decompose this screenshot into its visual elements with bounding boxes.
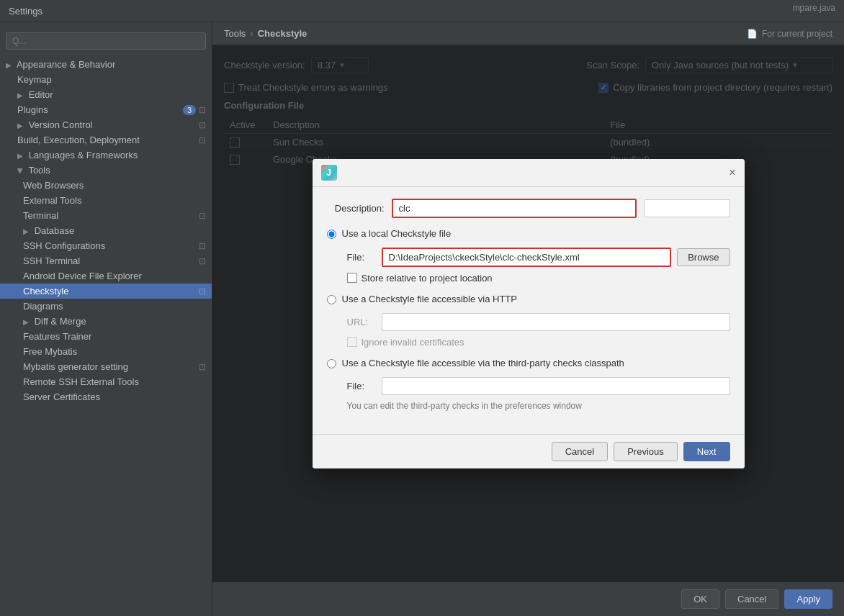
- breadcrumb-current: Checkstyle: [258, 28, 307, 39]
- sidebar-item-ssh-terminal[interactable]: SSH Terminal ⊡: [0, 253, 212, 268]
- modal-header: J ×: [313, 159, 745, 187]
- expand-arrow-database: ▶: [23, 227, 29, 235]
- breadcrumb-parent: Tools: [224, 28, 246, 39]
- modal-logo: J: [321, 165, 337, 181]
- settings-window: Settings × ▶ Appearance & Behavior Keyma…: [0, 0, 844, 616]
- sidebar-item-server-certificates[interactable]: Server Certificates: [0, 389, 212, 404]
- sidebar-item-checkstyle[interactable]: Checkstyle ⊡: [0, 284, 212, 299]
- modal-previous-button[interactable]: Previous: [614, 442, 678, 461]
- ignore-invalid-label: Ignore invalid certificates: [362, 337, 464, 348]
- use-third-party-radio[interactable]: [327, 359, 336, 368]
- use-third-party-label: Use a Checkstyle file accessible via the…: [342, 358, 624, 368]
- ssh-config-copy-icon: ⊡: [199, 241, 206, 251]
- third-file-label: File:: [347, 381, 376, 391]
- checkstyle-copy-icon: ⊡: [199, 286, 206, 296]
- bottom-buttons: OK Cancel Apply: [212, 581, 844, 616]
- sidebar-item-version-control[interactable]: ▶ Version Control ⊡: [0, 117, 212, 132]
- plugins-copy-icon: ⊡: [199, 105, 206, 115]
- ignore-invalid-checkbox[interactable]: [347, 337, 357, 347]
- modal-note: You can edit the third-party checks in t…: [327, 401, 730, 411]
- sidebar-item-languages[interactable]: ▶ Languages & Frameworks: [0, 148, 212, 163]
- sidebar-item-database[interactable]: ▶ Database: [0, 223, 212, 238]
- use-local-radio-option: Use a local Checkstyle file: [327, 228, 730, 239]
- cancel-button[interactable]: Cancel: [725, 589, 778, 609]
- url-input[interactable]: [382, 313, 730, 331]
- version-control-copy-icon: ⊡: [199, 120, 206, 130]
- url-label: URL:: [347, 317, 376, 327]
- sidebar-item-features-trainer[interactable]: Features Trainer: [0, 329, 212, 344]
- use-http-label: Use a Checkstyle file accessible via HTT…: [342, 294, 517, 304]
- sidebar-item-android[interactable]: Android Device File Explorer: [0, 268, 212, 284]
- sidebar-item-external-tools[interactable]: External Tools: [0, 193, 212, 208]
- breadcrumb: Tools › Checkstyle 📄 For current project…: [212, 22, 844, 45]
- project-label: For current project: [762, 29, 832, 39]
- use-http-radio[interactable]: [327, 295, 336, 304]
- modal-next-button[interactable]: Next: [683, 442, 730, 461]
- store-relative-checkbox[interactable]: [347, 273, 357, 283]
- mybatis-copy-icon: ⊡: [199, 362, 206, 372]
- file-row: File: Browse: [327, 248, 730, 267]
- modal-overlay: J × Description:: [212, 45, 844, 581]
- window-title: Settings: [9, 6, 42, 17]
- expand-arrow-version-control: ▶: [17, 122, 23, 130]
- modal-body: Description: Use a local Checkstyle file: [313, 187, 745, 434]
- project-icon: 📄: [747, 29, 758, 39]
- sidebar-item-ssh-configurations[interactable]: SSH Configurations ⊡: [0, 238, 212, 253]
- use-third-party-radio-option: Use a Checkstyle file accessible via the…: [327, 358, 730, 368]
- modal-cancel-button[interactable]: Cancel: [552, 442, 608, 461]
- third-file-input[interactable]: [382, 377, 730, 395]
- search-box: [6, 32, 206, 50]
- description-row: Description:: [327, 199, 730, 218]
- expand-arrow-appearance: ▶: [6, 61, 12, 69]
- use-local-label: Use a local Checkstyle file: [342, 228, 452, 239]
- store-relative-label: Store relative to project location: [362, 273, 493, 284]
- ssh-terminal-copy-icon: ⊡: [199, 256, 206, 266]
- terminal-copy-icon: ⊡: [199, 211, 206, 221]
- browse-button[interactable]: Browse: [677, 248, 729, 266]
- sidebar-item-free-mybatis[interactable]: Free Mybatis: [0, 344, 212, 359]
- right-panel: Tools › Checkstyle 📄 For current project…: [212, 22, 844, 616]
- url-row: URL:: [327, 313, 730, 331]
- title-bar: Settings ×: [0, 0, 844, 22]
- sidebar-item-diagrams[interactable]: Diagrams: [0, 299, 212, 314]
- sidebar-item-editor[interactable]: ▶ Editor: [0, 87, 212, 102]
- sidebar-item-remote-ssh[interactable]: Remote SSH External Tools: [0, 374, 212, 389]
- modal-dialog: J × Description:: [313, 159, 745, 468]
- use-http-radio-option: Use a Checkstyle file accessible via HTT…: [327, 294, 730, 304]
- sidebar-item-appearance[interactable]: ▶ Appearance & Behavior: [0, 57, 212, 72]
- ok-button[interactable]: OK: [681, 589, 719, 609]
- expand-arrow-languages: ▶: [17, 152, 23, 160]
- modal-footer: Cancel Previous Next: [313, 434, 745, 468]
- file-input[interactable]: [382, 248, 672, 267]
- sidebar-item-mybatis-generator[interactable]: Mybatis generator setting ⊡: [0, 359, 212, 374]
- build-copy-icon: ⊡: [199, 135, 206, 145]
- file-label: File:: [347, 252, 376, 263]
- panel-content: Checkstyle version: 8.37 ▼ Scan Scope: O…: [212, 45, 844, 581]
- sidebar-item-terminal[interactable]: Terminal ⊡: [0, 208, 212, 223]
- sidebar-item-build[interactable]: Build, Execution, Deployment ⊡: [0, 132, 212, 148]
- sidebar-item-web-browsers[interactable]: Web Browsers: [0, 178, 212, 193]
- sidebar: ▶ Appearance & Behavior Keymap ▶ Editor …: [0, 22, 212, 616]
- description-input[interactable]: [392, 199, 637, 218]
- expand-arrow-diff: ▶: [23, 318, 29, 326]
- use-local-radio[interactable]: [327, 230, 336, 239]
- sidebar-item-plugins[interactable]: Plugins 3 ⊡: [0, 102, 212, 117]
- apply-button[interactable]: Apply: [784, 589, 832, 609]
- sidebar-item-tools[interactable]: ▶ Tools: [0, 163, 212, 178]
- modal-close-button[interactable]: ×: [729, 166, 735, 179]
- third-file-row: File:: [327, 377, 730, 395]
- plugins-badge: 3: [183, 105, 196, 115]
- ignore-row: Ignore invalid certificates: [327, 337, 730, 348]
- main-content: ▶ Appearance & Behavior Keymap ▶ Editor …: [0, 22, 844, 616]
- description-label: Description:: [327, 203, 385, 214]
- breadcrumb-separator: ›: [250, 28, 253, 39]
- sidebar-item-keymap[interactable]: Keymap: [0, 72, 212, 87]
- extra-input[interactable]: [644, 199, 730, 217]
- sidebar-item-diff-merge[interactable]: ▶ Diff & Merge: [0, 314, 212, 329]
- search-input[interactable]: [6, 32, 206, 50]
- expand-arrow-tools: ▶: [17, 168, 24, 174]
- store-relative-row: Store relative to project location: [327, 273, 730, 284]
- expand-arrow-editor: ▶: [17, 91, 23, 99]
